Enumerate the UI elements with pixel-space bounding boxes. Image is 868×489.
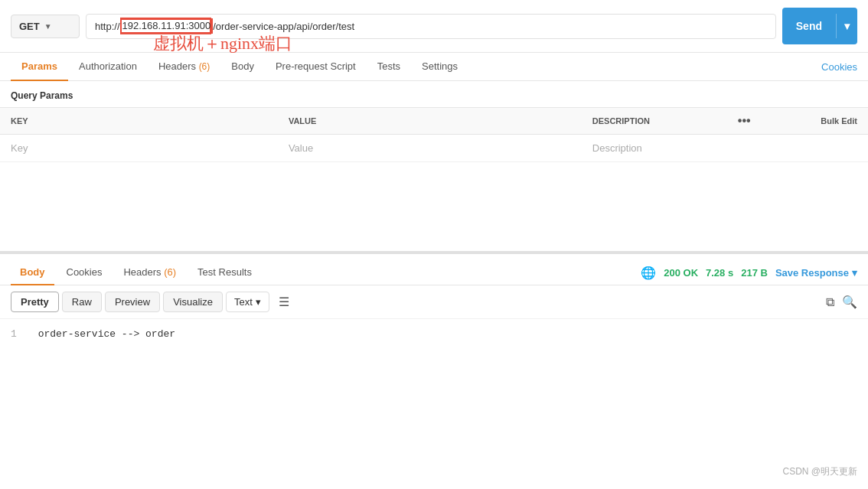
send-label: Send — [782, 14, 836, 38]
col-value: VALUE — [278, 108, 582, 135]
send-button[interactable]: Send ▾ — [782, 8, 857, 44]
raw-button[interactable]: Raw — [62, 292, 102, 312]
response-tabs: Body Cookies Headers (6) Test Results 🌐 … — [0, 254, 868, 285]
col-dots: ••• — [727, 108, 762, 135]
request-tabs: Params Authorization Headers (6) Body Pr… — [0, 53, 868, 81]
url-input[interactable] — [86, 14, 776, 39]
globe-icon: 🌐 — [641, 266, 656, 280]
save-response-button[interactable]: Save Response ▾ — [775, 267, 857, 279]
tab-tests[interactable]: Tests — [367, 53, 411, 81]
query-params-label: Query Params — [0, 81, 868, 107]
response-size: 217 B — [741, 267, 768, 279]
preview-button[interactable]: Preview — [105, 292, 160, 312]
format-icons-right: ⧉ 🔍 — [826, 295, 857, 309]
row-bulk — [762, 135, 868, 162]
tab-cookies-response[interactable]: Cookies — [57, 260, 112, 285]
text-select-arrow: ▾ — [256, 296, 261, 308]
method-select[interactable]: GET ▼ — [11, 15, 80, 38]
empty-space — [0, 162, 868, 254]
format-bar: Pretty Raw Preview Visualize Text ▾ ☰ ⧉ … — [0, 285, 868, 319]
tab-headers[interactable]: Headers (6) — [148, 53, 220, 81]
tab-params[interactable]: Params — [11, 53, 68, 81]
tab-headers-response[interactable]: Headers (6) — [114, 260, 185, 285]
tab-test-results[interactable]: Test Results — [188, 260, 261, 285]
cookies-link[interactable]: Cookies — [821, 61, 857, 73]
col-key: KEY — [0, 108, 278, 135]
tab-authorization[interactable]: Authorization — [68, 53, 148, 81]
response-content: order-service --> order — [38, 328, 175, 340]
filter-icon[interactable]: ☰ — [279, 295, 289, 309]
text-format-select[interactable]: Text ▾ — [226, 292, 269, 312]
col-bulk-edit[interactable]: Bulk Edit — [762, 108, 868, 135]
line-number: 1 — [11, 328, 17, 340]
tab-body-response[interactable]: Body — [11, 260, 54, 285]
tab-pre-request-script[interactable]: Pre-request Script — [265, 53, 367, 81]
method-label: GET — [19, 21, 40, 32]
tab-body[interactable]: Body — [220, 53, 265, 81]
table-row: Key Value Description — [0, 135, 868, 162]
tab-settings[interactable]: Settings — [411, 53, 468, 81]
status-badge: 200 OK — [664, 267, 698, 279]
send-arrow-icon: ▾ — [836, 14, 857, 38]
params-table: KEY VALUE DESCRIPTION ••• Bulk Edit Key … — [0, 107, 868, 162]
key-placeholder[interactable]: Key — [0, 135, 278, 162]
response-time: 7.28 s — [706, 267, 733, 279]
copy-icon[interactable]: ⧉ — [826, 295, 834, 309]
col-description: DESCRIPTION — [582, 108, 727, 135]
row-dots — [727, 135, 762, 162]
description-placeholder[interactable]: Description — [582, 135, 727, 162]
search-icon[interactable]: 🔍 — [842, 295, 857, 309]
url-input-wrapper: http://192.168.11.91:3000 http://192.168… — [86, 14, 776, 39]
visualize-button[interactable]: Visualize — [163, 292, 223, 312]
method-arrow-icon: ▼ — [44, 22, 52, 31]
value-placeholder[interactable]: Value — [278, 135, 582, 162]
url-bar-section: GET ▼ http://192.168.11.91:3000 http://1… — [0, 0, 868, 53]
response-body: 1 order-service --> order — [0, 319, 868, 380]
response-meta: 🌐 200 OK 7.28 s 217 B Save Response ▾ — [641, 266, 857, 280]
pretty-button[interactable]: Pretty — [11, 292, 59, 312]
